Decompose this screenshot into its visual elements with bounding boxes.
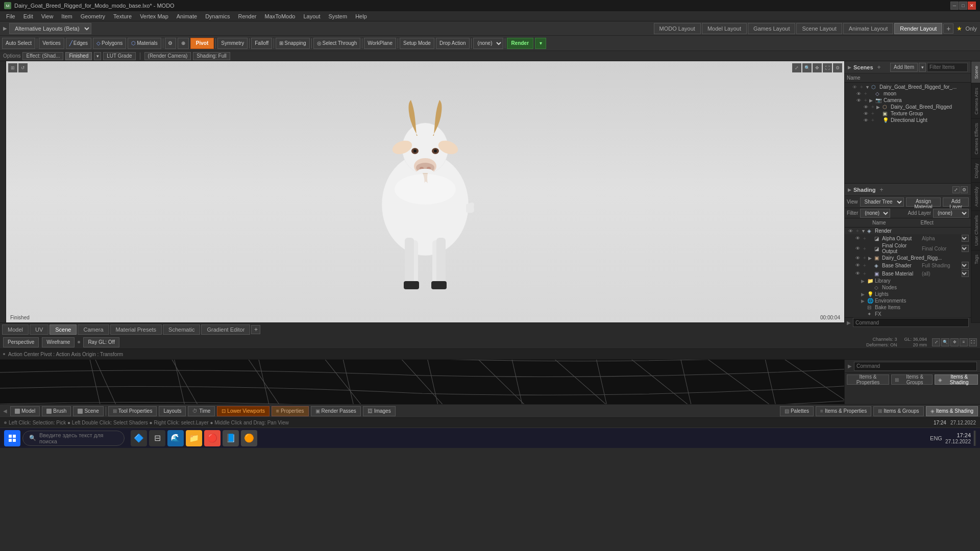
edges-btn[interactable]: ╱Edges — [66, 38, 91, 49]
add-layer-btn[interactable]: Add Layer — [943, 197, 969, 207]
render-passes-btn[interactable]: ▣ Render Passes — [311, 406, 361, 416]
add-shader-alpha[interactable]: + — [861, 236, 868, 241]
tab-games-layout[interactable]: Games Layout — [748, 23, 796, 34]
vp-fit-btn[interactable]: ⤢ — [792, 63, 801, 72]
shader-item-render[interactable]: 👁 + ▼ ◈ Render — [845, 228, 971, 234]
assign-material-btn[interactable]: Assign Material — [906, 197, 941, 207]
vp-tl-btn2[interactable]: ↺ — [18, 63, 28, 72]
lower-viewports-btn[interactable]: ⊡ Lower Viewports — [217, 406, 270, 416]
expand-mode-btn[interactable]: ◀ — [2, 406, 8, 416]
eye-icon-moon[interactable]: 👁 — [855, 91, 862, 96]
search-bar[interactable]: 🔍 Введите здесь текст для поиска — [22, 431, 125, 446]
add-item-dropdown[interactable]: ▾ — [919, 63, 926, 72]
add-shader-base[interactable]: + — [861, 263, 868, 268]
tree-item-camera[interactable]: 👁 + ▶ 📷 Camera — [845, 97, 971, 104]
select-through-btn[interactable]: ◎Select Through — [313, 38, 361, 49]
symmetry-btn[interactable]: Symmetry — [217, 38, 248, 49]
tree-item-root[interactable]: 👁 + ▼ ⬡ Dairy_Goat_Breed_Rigged_for_... — [845, 84, 971, 90]
tree-item-light[interactable]: 👁 + 💡 Directional Light — [845, 117, 971, 123]
icon1-btn[interactable]: ⚙ — [165, 38, 176, 49]
shader-item-alpha[interactable]: 👁 + ◪ Alpha Output Alpha — [845, 234, 971, 242]
menu-animate[interactable]: Animate — [173, 12, 201, 20]
arrow-shader-render[interactable]: ▼ — [861, 229, 867, 234]
shader-item-goat-mat[interactable]: 👁 + ▶ ▣ Dairy_Goat_Breed_Rigg... — [845, 255, 971, 261]
menu-file[interactable]: File — [2, 12, 19, 20]
pivot-btn[interactable]: Pivot — [190, 38, 214, 49]
tree-item-goat[interactable]: 👁 + ▶ ⬡ Dairy_Goat_Breed_Rigged — [845, 104, 971, 110]
tab-uv[interactable]: UV — [30, 324, 48, 335]
menu-edit[interactable]: Edit — [19, 12, 37, 20]
vp-pan-bottom-btn[interactable]: ✥ — [950, 338, 959, 346]
add-icon-light[interactable]: + — [869, 117, 876, 123]
menu-texture[interactable]: Texture — [109, 12, 136, 20]
arrow-btn[interactable]: ▾ — [94, 52, 101, 60]
taskbar-edge[interactable]: 🌊 — [167, 430, 184, 446]
images-btn[interactable]: 🖼 Images — [363, 406, 396, 416]
vp-more-bottom-btn[interactable]: ≡ — [960, 338, 968, 346]
menu-render[interactable]: Render — [234, 12, 260, 20]
add-shader-goat[interactable]: + — [861, 255, 868, 261]
shader-base-dropdown[interactable] — [962, 262, 969, 269]
materials-btn[interactable]: ⬡Materials — [128, 38, 161, 49]
add-icon-texture[interactable]: + — [869, 111, 876, 116]
finished-btn[interactable]: Finished — [65, 52, 92, 60]
tab-scene[interactable]: Scene — [50, 324, 77, 335]
menu-layout[interactable]: Layout — [299, 12, 324, 20]
shading-full-btn[interactable]: Shading: Full — [193, 52, 230, 60]
shader-item-nodes[interactable]: ◇ Nodes — [845, 284, 971, 291]
layouts-btn[interactable]: Layouts — [159, 406, 186, 416]
eye-shader-alpha[interactable]: 👁 — [854, 236, 861, 241]
vert-tab-display[interactable]: Display — [971, 159, 980, 183]
polygons-btn[interactable]: ◇Polygons — [93, 38, 126, 49]
menu-geometry[interactable]: Geometry — [77, 12, 109, 20]
add-shader-base-mat[interactable]: + — [861, 271, 868, 277]
view-dropdown[interactable]: Shader Tree — [860, 197, 904, 207]
render-camera-btn[interactable]: (Render Camera) — [144, 52, 191, 60]
eye-icon-texture[interactable]: 👁 — [862, 111, 869, 116]
tree-item-texture[interactable]: 👁 + ▣ Texture Group — [845, 110, 971, 117]
viewport-container[interactable]: Finished 00:00:04 ⤢ 🔍 ✥ ⛶ ⚙ ⊞ ↺ — [6, 61, 844, 322]
shading-expand-btn[interactable]: ⤢ — [952, 186, 960, 193]
items-groups-main-btn[interactable]: ⊞ Items & Groups — [873, 406, 923, 416]
icon2-btn[interactable]: ⊕ — [178, 38, 189, 49]
tab-model-layout[interactable]: Model Layout — [702, 23, 747, 34]
vp-expand-bottom-btn[interactable]: ⛶ — [969, 338, 977, 346]
raygl-btn[interactable]: Ray GL: Off — [83, 337, 119, 347]
show-desktop-btn[interactable] — [974, 431, 976, 446]
vert-tab-camera-effects[interactable]: Camera Effects — [971, 118, 980, 159]
add-icon-camera[interactable]: + — [862, 97, 869, 103]
vp-zoom-bottom-btn[interactable]: 🔍 — [941, 338, 949, 346]
render-options-btn[interactable]: ▾ — [535, 38, 546, 49]
command-input[interactable] — [853, 318, 969, 327]
vp-pan-btn[interactable]: ✥ — [813, 63, 822, 72]
tab-gradient-editor[interactable]: Gradient Editor — [201, 324, 250, 335]
none-dropdown[interactable]: (none) — [473, 38, 503, 49]
lut-grade-btn[interactable]: LUT Grade — [103, 52, 135, 60]
eye-icon-goat[interactable]: 👁 — [862, 105, 869, 110]
tab-modo-layout[interactable]: MODO Layout — [654, 23, 701, 34]
vert-tab-assembly[interactable]: Assembly — [971, 182, 980, 211]
tab-render-layout[interactable]: Render Layout — [894, 23, 942, 34]
add-layout-tab[interactable]: + — [943, 23, 953, 34]
taskbar-taskview[interactable]: ⊟ — [149, 430, 165, 446]
brush-mode-btn[interactable]: Brush — [42, 406, 71, 416]
shader-item-env[interactable]: ▶ 🌐 Environments — [845, 297, 971, 304]
arrow-env[interactable]: ▶ — [861, 298, 867, 304]
bottom-viewport[interactable] — [0, 360, 844, 404]
close-btn[interactable]: ✕ — [968, 2, 976, 10]
add-bottom-tab[interactable]: + — [251, 325, 260, 334]
shader-item-base-shader[interactable]: 👁 + ◈ Base Shader Full Shading — [845, 261, 971, 269]
menu-system[interactable]: System — [324, 12, 351, 20]
drop-action-btn[interactable]: Drop Action — [436, 38, 470, 49]
setup-mode-btn[interactable]: Setup Mode — [400, 38, 434, 49]
tree-arrow-camera[interactable]: ▶ — [869, 98, 875, 103]
menu-maxtomodo[interactable]: MaxToModo — [261, 12, 300, 20]
vert-tab-user-channels[interactable]: User Channels — [971, 211, 980, 250]
workplane-btn[interactable]: WorkPlane — [364, 38, 396, 49]
time-btn[interactable]: ⏱ Time — [188, 406, 215, 416]
arrow-shader-goat[interactable]: ▶ — [868, 256, 874, 261]
add-shader-render[interactable]: + — [854, 228, 861, 234]
eye-shader-base[interactable]: 👁 — [854, 263, 861, 268]
shader-item-bake[interactable]: ⊟ Bake Items — [845, 304, 971, 311]
properties-btn[interactable]: ≡ Properties — [272, 406, 308, 416]
